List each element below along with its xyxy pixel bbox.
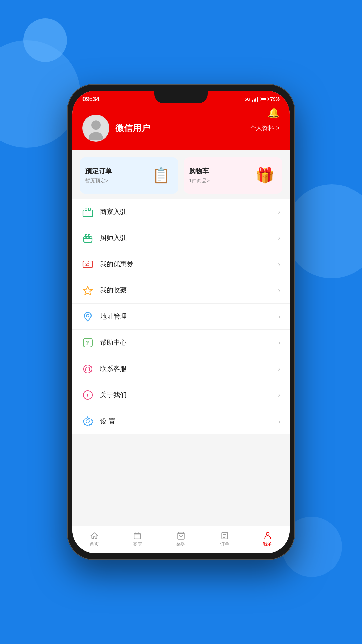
settings-arrow: › <box>278 418 280 425</box>
coupon-arrow: › <box>278 260 280 268</box>
user-profile: 微信用户 个人资料 > <box>82 115 280 142</box>
notch <box>154 91 208 103</box>
settings-icon <box>82 415 94 427</box>
reservation-icon: 📋 <box>149 163 173 187</box>
nav-mine-label: 我的 <box>263 541 273 547</box>
svg-point-18 <box>84 365 92 373</box>
nav-home-label: 首页 <box>89 541 99 547</box>
svg-point-1 <box>91 120 101 130</box>
menu-item-merchant[interactable]: 商家入驻 › <box>72 199 290 225</box>
menu-item-about[interactable]: i 关于我们 › <box>72 382 290 408</box>
chef-arrow: › <box>278 234 280 242</box>
svg-rect-26 <box>222 532 227 539</box>
battery-icon <box>260 97 268 101</box>
svg-text:¥: ¥ <box>85 262 88 267</box>
svg-rect-3 <box>83 210 93 217</box>
favorite-arrow: › <box>278 286 280 294</box>
reservation-card[interactable]: 预定订单 暂无预定> 📋 <box>80 157 178 194</box>
svg-rect-7 <box>84 237 92 242</box>
cart-title: 购物车 <box>189 167 210 176</box>
about-label: 关于我们 <box>100 390 278 399</box>
address-label: 地址管理 <box>100 312 278 321</box>
chef-label: 厨师入驻 <box>100 233 278 243</box>
service-label: 联系客服 <box>100 364 278 373</box>
merchant-label: 商家入驻 <box>100 207 278 216</box>
help-arrow: › <box>278 339 280 346</box>
svg-point-23 <box>86 420 89 423</box>
nav-mine[interactable]: 我的 <box>246 531 290 547</box>
address-arrow: › <box>278 313 280 320</box>
menu-item-chef[interactable]: 厨师入驻 › <box>72 225 290 251</box>
profile-link[interactable]: 个人资料 > <box>250 124 280 132</box>
coupon-icon: ¥ <box>82 258 94 270</box>
nav-purchase-label: 采购 <box>176 541 186 547</box>
favorite-icon <box>82 284 94 297</box>
menu-item-service[interactable]: 联系客服 › <box>72 356 290 382</box>
menu-item-address[interactable]: 地址管理 › <box>72 304 290 330</box>
about-icon: i <box>82 389 94 401</box>
svg-text:?: ? <box>85 340 89 346</box>
battery-percent: 79% <box>270 96 280 102</box>
signal-bar <box>252 96 258 102</box>
svg-text:i: i <box>87 392 88 398</box>
status-time: 09:34 <box>82 95 100 103</box>
menu-list: 商家入驻 › 厨师入驻 › <box>72 199 290 434</box>
cart-card[interactable]: 购物车 1件商品> 🎁 <box>184 157 282 194</box>
svg-rect-19 <box>85 369 86 371</box>
bottom-spacer <box>72 434 290 444</box>
bg-circle-3 <box>285 184 362 278</box>
service-icon <box>82 363 94 375</box>
bottom-nav: 首页 宴庆 采购 <box>72 526 290 553</box>
battery-fill <box>261 98 266 100</box>
nav-home[interactable]: 首页 <box>72 531 116 547</box>
svg-rect-24 <box>134 533 141 539</box>
chef-icon <box>82 232 94 244</box>
about-arrow: › <box>278 391 280 399</box>
address-icon <box>82 311 94 323</box>
svg-marker-14 <box>83 286 92 295</box>
status-bar: 09:34 5G 79% <box>72 91 290 107</box>
scroll-area[interactable]: 预定订单 暂无预定> 📋 购物车 1件商品> 🎁 <box>72 150 290 526</box>
nav-orders[interactable]: 订单 <box>203 531 246 547</box>
nav-banquet-label: 宴庆 <box>133 541 142 547</box>
svg-point-30 <box>266 532 269 535</box>
nav-purchase[interactable]: 采购 <box>159 531 203 547</box>
help-icon: ? <box>82 337 94 349</box>
reservation-title: 预定订单 <box>85 167 112 176</box>
menu-item-coupon[interactable]: ¥ 我的优惠券 › <box>72 251 290 277</box>
network-type: 5G <box>245 97 250 102</box>
help-label: 帮助中心 <box>100 338 278 347</box>
merchant-arrow: › <box>278 208 280 216</box>
service-arrow: › <box>278 365 280 373</box>
coupon-label: 我的优惠券 <box>100 260 278 269</box>
merchant-icon <box>82 206 94 218</box>
cart-subtitle: 1件商品> <box>189 178 210 184</box>
menu-item-help[interactable]: ? 帮助中心 › <box>72 330 290 356</box>
favorite-label: 我的收藏 <box>100 286 278 295</box>
bell-icon[interactable]: 🔔 <box>268 107 280 118</box>
menu-item-settings[interactable]: 设 置 › <box>72 408 290 434</box>
nav-banquet[interactable]: 宴庆 <box>116 531 160 547</box>
reservation-subtitle: 暂无预定> <box>85 178 112 184</box>
cart-icon: 🎁 <box>253 163 277 187</box>
username: 微信用户 <box>115 122 244 134</box>
menu-item-favorite[interactable]: 我的收藏 › <box>72 277 290 304</box>
avatar[interactable] <box>82 115 109 142</box>
screen: 09:34 5G 79% 🔔 <box>72 91 290 553</box>
svg-rect-20 <box>89 369 90 371</box>
status-icons: 5G 79% <box>245 96 280 102</box>
svg-point-15 <box>86 314 89 317</box>
settings-label: 设 置 <box>100 417 278 426</box>
nav-orders-label: 订单 <box>220 541 229 547</box>
header: 🔔 微信用户 个人资料 > <box>72 107 290 150</box>
phone-frame: 09:34 5G 79% 🔔 <box>67 84 295 560</box>
cards-row: 预定订单 暂无预定> 📋 购物车 1件商品> 🎁 <box>72 150 290 199</box>
